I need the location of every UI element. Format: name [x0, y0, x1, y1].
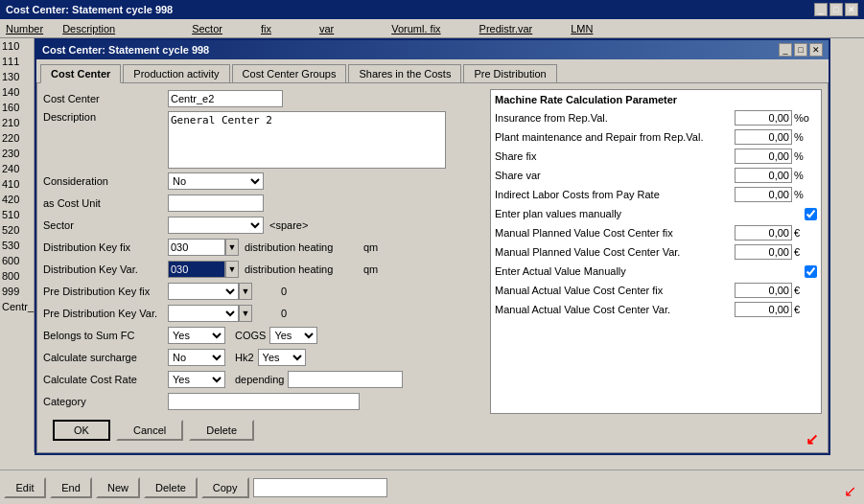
tab-content: Cost Center Description General Center 2…: [36, 82, 829, 453]
share-fix-input[interactable]: [735, 149, 792, 164]
pre-dist-var-select[interactable]: [168, 305, 239, 322]
dist-key-var-dropdown[interactable]: ▼: [225, 261, 239, 278]
plant-maint-input[interactable]: [735, 129, 792, 145]
menu-description[interactable]: Description: [62, 23, 115, 34]
dialog-close-btn[interactable]: ✕: [809, 43, 823, 57]
description-row: Description General Center 2: [43, 111, 484, 169]
insurance-label: Insurance from Rep.Val.: [495, 112, 735, 124]
hk2-select[interactable]: YesNo: [258, 349, 306, 366]
tab-production-activity[interactable]: Production activity: [123, 64, 229, 83]
close-btn[interactable]: ✕: [845, 3, 858, 16]
category-input[interactable]: [168, 393, 360, 410]
tab-pre-distribution[interactable]: Pre Distribution: [463, 64, 556, 83]
sector-select[interactable]: [168, 217, 264, 234]
description-input[interactable]: General Center 2: [168, 111, 446, 169]
indirect-labor-input[interactable]: [735, 187, 792, 202]
menu-fix[interactable]: fix: [261, 23, 271, 34]
manual-planned-fix-input[interactable]: [735, 225, 792, 241]
dist-key-var-input[interactable]: [168, 261, 225, 278]
pre-dist-fix-select[interactable]: [168, 283, 239, 300]
row-160: 160: [0, 102, 34, 117]
manual-planned-fix-unit: €: [794, 227, 817, 239]
new-button[interactable]: New: [96, 477, 140, 498]
menu-var[interactable]: var: [319, 23, 334, 34]
row-420: 420: [0, 194, 34, 209]
manual-planned-var-row: Manual Planned Value Cost Center Var. €: [495, 243, 817, 261]
share-var-input[interactable]: [735, 168, 792, 183]
insurance-unit: %o: [794, 112, 817, 124]
pre-dist-fix-dropdown[interactable]: ▼: [239, 283, 252, 300]
row-520: 520: [0, 224, 34, 240]
plant-maint-label: Plant maintenance and Repair from Rep.Va…: [495, 131, 735, 143]
delete-button[interactable]: Delete: [189, 420, 254, 441]
end-button[interactable]: End: [50, 477, 92, 498]
bottom-toolbar: Edit End New Delete Copy ↙: [0, 470, 864, 504]
enter-actual-manually-label: Enter Actual Value Manually: [495, 265, 801, 277]
menu-voruml[interactable]: Voruml. fix: [391, 23, 440, 34]
manual-actual-fix-row: Manual Actual Value Cost Center fix €: [495, 282, 817, 299]
calc-surcharge-group: NoYes Hk2 YesNo: [168, 349, 306, 366]
edit-button[interactable]: Edit: [4, 477, 46, 498]
dist-key-var-row: Distribution Key Var. ▼ distribution hea…: [43, 260, 484, 279]
insurance-input[interactable]: [735, 110, 792, 126]
menu-predistr[interactable]: Predistr.var: [479, 23, 533, 34]
toolbar-text-input[interactable]: [253, 478, 387, 497]
window-controls: _ □ ✕: [814, 3, 858, 16]
indirect-labor-unit: %: [794, 189, 817, 200]
menu-bar: Number Description Sector fix var Voruml…: [0, 19, 864, 38]
copy-button[interactable]: Copy: [201, 477, 249, 498]
consideration-row: Consideration No Yes: [43, 172, 484, 191]
category-label: Category: [43, 396, 168, 407]
calc-surcharge-select[interactable]: NoYes: [168, 349, 225, 366]
dialog-maximize-btn[interactable]: □: [794, 43, 807, 57]
cogs-select[interactable]: YesNo: [269, 327, 317, 344]
dist-key-fix-dropdown[interactable]: ▼: [225, 239, 239, 256]
manual-planned-var-input[interactable]: [735, 244, 792, 260]
enter-actual-manually-checkbox[interactable]: [805, 265, 817, 278]
maximize-btn[interactable]: □: [829, 3, 843, 16]
bottom-red-arrow-icon: ↙: [844, 482, 856, 500]
belongs-sum-fc-select[interactable]: YesNo: [168, 327, 225, 344]
pre-dist-var-row: Pre Distribution Key Var. ▼ 0: [43, 304, 484, 323]
menu-sector[interactable]: Sector: [192, 23, 222, 34]
belongs-sum-fc-row: Belongs to Sum FC YesNo COGS YesNo: [43, 326, 484, 345]
as-cost-unit-input[interactable]: [168, 195, 264, 212]
pre-dist-var-num: 0: [281, 308, 287, 319]
delete-toolbar-button[interactable]: Delete: [144, 477, 198, 498]
enter-plan-manually-checkbox[interactable]: [805, 208, 817, 220]
tab-cost-center-groups[interactable]: Cost Center Groups: [232, 64, 347, 83]
manual-planned-var-unit: €: [794, 246, 817, 258]
menu-lmn[interactable]: LMN: [571, 23, 593, 34]
pre-dist-var-dropdown[interactable]: ▼: [239, 305, 252, 322]
manual-actual-fix-input[interactable]: [735, 283, 792, 298]
cost-center-dialog: Cost Center: Statement cycle 998 _ □ ✕ C…: [35, 38, 830, 455]
cogs-label: COGS: [235, 330, 266, 341]
manual-actual-var-input[interactable]: [735, 302, 792, 317]
calc-cost-rate-group: YesNo depending: [168, 371, 403, 388]
row-800: 800: [0, 270, 34, 286]
manual-actual-var-row: Manual Actual Value Cost Center Var. €: [495, 301, 817, 318]
cost-center-input[interactable]: [168, 90, 283, 107]
tab-shares-in-costs[interactable]: Shares in the Costs: [348, 64, 461, 83]
dialog-title-buttons: _ □ ✕: [779, 43, 823, 57]
ok-button[interactable]: OK: [53, 420, 110, 441]
plant-maint-row: Plant maintenance and Repair from Rep.Va…: [495, 128, 817, 146]
manual-planned-fix-label: Manual Planned Value Cost Center fix: [495, 227, 735, 239]
minimize-btn[interactable]: _: [814, 3, 828, 16]
share-fix-label: Share fix: [495, 150, 735, 162]
calc-cost-rate-select[interactable]: YesNo: [168, 371, 225, 388]
dialog-minimize-btn[interactable]: _: [779, 43, 792, 57]
depending-input[interactable]: [288, 371, 403, 388]
main-area: 110 111 130 140 160 210 220 230 240 410 …: [0, 38, 864, 452]
dist-key-var-desc: distribution heating: [245, 263, 360, 275]
row-240: 240: [0, 163, 34, 178]
cost-center-label: Cost Center: [43, 93, 168, 104]
plant-maint-unit: %: [794, 131, 817, 143]
cancel-button[interactable]: Cancel: [116, 420, 183, 441]
tab-cost-center[interactable]: Cost Center: [40, 64, 121, 83]
menu-number[interactable]: Number: [6, 23, 43, 34]
row-140: 140: [0, 86, 34, 102]
manual-actual-fix-unit: €: [794, 285, 817, 296]
consideration-select[interactable]: No Yes: [168, 172, 264, 190]
dist-key-fix-input[interactable]: [168, 239, 225, 256]
